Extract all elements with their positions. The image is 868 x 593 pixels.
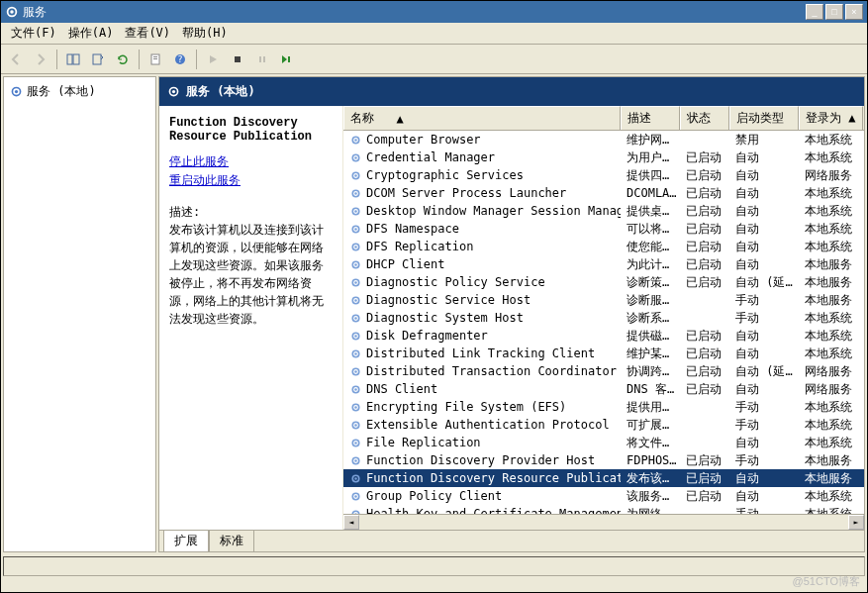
svg-point-21 <box>354 156 356 158</box>
refresh-button[interactable] <box>112 49 134 70</box>
svg-point-23 <box>354 174 356 176</box>
help-button[interactable]: ? <box>169 49 191 70</box>
tab-standard[interactable]: 标准 <box>209 530 254 551</box>
close-button[interactable]: × <box>845 4 863 20</box>
restart-service-button[interactable] <box>276 49 298 70</box>
properties-button[interactable] <box>145 49 166 70</box>
maximize-button[interactable]: □ <box>825 4 843 20</box>
cell-status: 已启动 <box>680 346 729 362</box>
service-row[interactable]: Desktop Window Manager Session Manager提供… <box>343 202 864 220</box>
svg-point-37 <box>354 299 356 301</box>
col-logon[interactable]: 登录为 ▲ <box>799 106 863 130</box>
tab-extended[interactable]: 扩展 <box>163 530 209 551</box>
gear-icon <box>349 258 362 271</box>
svg-point-59 <box>354 495 356 497</box>
menu-action[interactable]: 操作(A) <box>62 23 120 44</box>
service-row[interactable]: Group Policy Client该服务…已启动自动本地系统 <box>343 487 864 505</box>
cell-startup: 自动 (延… <box>729 363 799 380</box>
cell-desc: 提供桌… <box>621 203 680 220</box>
svg-point-43 <box>354 352 356 354</box>
service-row[interactable]: Function Discovery Provider HostFDPHOS…已… <box>343 451 864 469</box>
cell-logon: 本地服务 <box>799 256 863 273</box>
svg-point-33 <box>354 263 356 265</box>
service-row[interactable]: Function Discovery Resource Publication发… <box>343 469 864 487</box>
service-row[interactable]: Diagnostic System Host诊断系…手动本地系统 <box>343 309 864 327</box>
cell-startup: 自动 <box>729 328 799 345</box>
service-row[interactable]: Credential Manager为用户…已启动自动本地系统 <box>343 148 864 166</box>
cell-startup: 手动 <box>729 417 799 434</box>
service-row[interactable]: DFS Replication使您能…已启动自动本地系统 <box>343 238 864 255</box>
gear-icon <box>349 401 362 414</box>
gear-icon <box>349 276 362 289</box>
svg-rect-7 <box>153 58 157 59</box>
svg-rect-10 <box>235 56 241 62</box>
cell-logon: 本地系统 <box>799 310 863 327</box>
svg-point-51 <box>354 424 356 426</box>
cell-desc: 诊断服… <box>621 292 680 309</box>
minimize-button[interactable]: _ <box>806 4 823 20</box>
cell-name: DFS Replication <box>343 240 621 253</box>
col-name[interactable]: 名称 ▲ <box>343 106 621 130</box>
cell-desc: 为此计… <box>621 256 680 273</box>
cell-desc: 该服务… <box>621 488 680 505</box>
service-row[interactable]: Diagnostic Policy Service诊断策…已启动自动 (延…本地… <box>343 273 864 291</box>
gear-icon <box>349 330 362 343</box>
service-row[interactable]: DNS ClientDNS 客…已启动自动网络服务 <box>343 380 864 398</box>
cell-logon: 本地系统 <box>799 149 863 166</box>
cell-name: Extensible Authentication Protocol <box>343 418 621 432</box>
tree-root-node[interactable]: 服务 (本地) <box>8 81 151 102</box>
svg-rect-13 <box>288 56 290 62</box>
show-hide-button[interactable] <box>62 49 84 70</box>
pause-service-button <box>251 49 273 70</box>
titlebar: 服务 _ □ × <box>1 1 867 23</box>
service-list[interactable]: Computer Browser维护网…禁用本地系统Credential Man… <box>343 131 864 514</box>
cell-logon: 本地系统 <box>799 488 863 505</box>
restart-service-link[interactable]: 重启动此服务 <box>169 172 333 189</box>
stop-service-link[interactable]: 停止此服务 <box>169 153 333 170</box>
service-row[interactable]: Encrypting File System (EFS)提供用…手动本地系统 <box>343 398 864 416</box>
cell-startup: 手动 <box>729 310 799 327</box>
cell-status: 已启动 <box>680 274 729 291</box>
service-row[interactable]: File Replication将文件…自动本地系统 <box>343 434 864 451</box>
service-row[interactable]: Health Key and Certificate Management为网络… <box>343 505 864 514</box>
gear-icon <box>349 205 362 218</box>
cell-startup: 自动 <box>729 185 799 202</box>
scroll-left-button[interactable]: ◄ <box>343 515 359 530</box>
cell-desc: FDPHOS… <box>621 453 680 467</box>
cell-desc: 维护某… <box>621 346 680 362</box>
service-row[interactable]: Cryptographic Services提供四…已启动自动网络服务 <box>343 166 864 184</box>
service-row[interactable]: Extensible Authentication Protocol可扩展…手动… <box>343 416 864 434</box>
svg-point-53 <box>354 442 356 444</box>
cell-startup: 手动 <box>729 452 799 469</box>
service-row[interactable]: Disk Defragmenter提供磁…已启动自动本地系统 <box>343 327 864 345</box>
cell-desc: 提供四… <box>621 167 680 184</box>
service-row[interactable]: Diagnostic Service Host诊断服…手动本地服务 <box>343 291 864 309</box>
col-desc[interactable]: 描述 <box>621 106 680 130</box>
cell-startup: 自动 <box>729 435 799 451</box>
stop-service-button[interactable] <box>227 49 248 70</box>
svg-point-15 <box>15 90 18 93</box>
cell-startup: 自动 <box>729 381 799 398</box>
svg-rect-2 <box>67 54 72 64</box>
service-row[interactable]: Distributed Link Tracking Client维护某…已启动自… <box>343 345 864 362</box>
service-row[interactable]: DCOM Server Process LauncherDCOMLA…已启动自动… <box>343 184 864 202</box>
cell-logon: 本地系统 <box>799 399 863 416</box>
gear-icon <box>349 169 362 182</box>
service-row[interactable]: DFS Namespace可以将…已启动自动本地系统 <box>343 220 864 238</box>
cell-name: DFS Namespace <box>343 222 621 236</box>
gear-icon <box>349 383 362 396</box>
menu-help[interactable]: 帮助(H) <box>176 23 234 44</box>
svg-point-1 <box>10 10 14 14</box>
horizontal-scrollbar[interactable]: ◄ ► <box>343 514 864 530</box>
svg-point-49 <box>354 406 356 408</box>
scroll-right-button[interactable]: ► <box>848 515 864 530</box>
col-startup[interactable]: 启动类型 <box>729 106 799 130</box>
service-row[interactable]: Computer Browser维护网…禁用本地系统 <box>343 131 864 148</box>
cell-name: Diagnostic Policy Service <box>343 275 621 289</box>
menu-view[interactable]: 查看(V) <box>119 23 176 44</box>
col-status[interactable]: 状态 <box>680 106 729 130</box>
export-button[interactable] <box>87 49 109 70</box>
service-row[interactable]: DHCP Client为此计…已启动自动本地服务 <box>343 255 864 273</box>
service-row[interactable]: Distributed Transaction Coordinator协调跨…已… <box>343 362 864 380</box>
menu-file[interactable]: 文件(F) <box>5 23 62 44</box>
